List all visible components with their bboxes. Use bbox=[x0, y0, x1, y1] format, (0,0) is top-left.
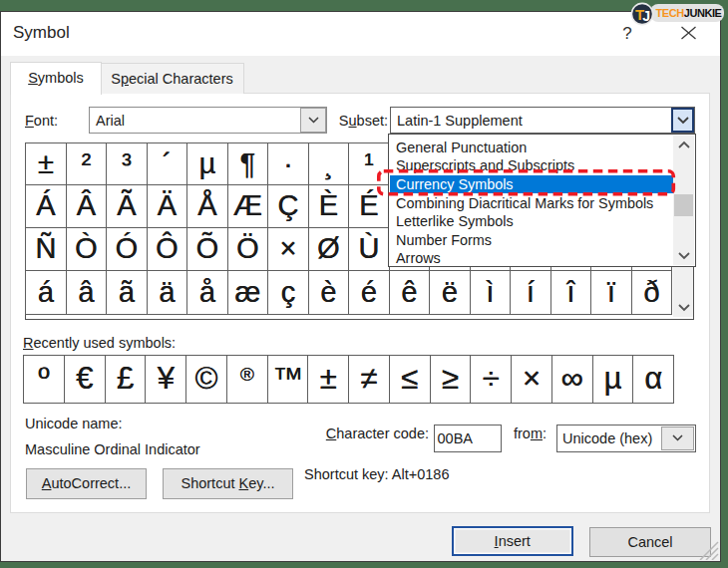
svg-text:J: J bbox=[642, 8, 650, 24]
